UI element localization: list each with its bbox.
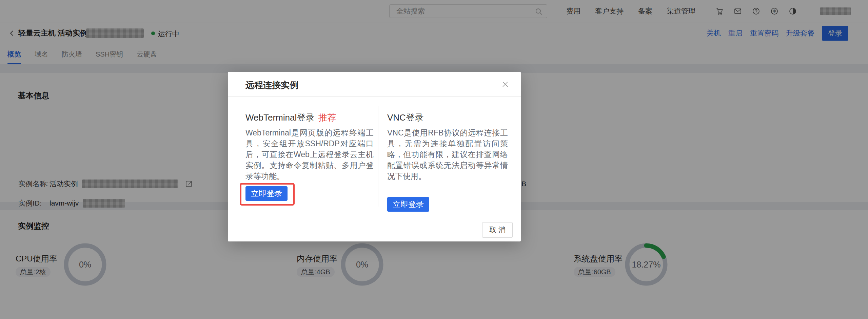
remote-connect-modal: 远程连接实例 WebTerminal登录推荐 WebTerminal是网页版的远… [228,72,521,241]
vnc-title-row: VNC登录 [387,112,508,123]
webterminal-title-row: WebTerminal登录推荐 [245,112,374,123]
modal-title: 远程连接实例 [245,79,298,91]
cancel-button[interactable]: 取 消 [482,222,513,238]
modal-footer: 取 消 [228,218,521,241]
vnc-login-button[interactable]: 立即登录 [387,197,429,212]
webterminal-description: WebTerminal是网页版的远程终端工具，安全组开放SSH/RDP对应端口后… [245,127,374,182]
vnc-option: VNC登录 VNC是使用RFB协议的远程连接工具，无需为连接单独配置访问策略，但… [387,112,508,212]
webterminal-login-button[interactable]: 立即登录 [245,186,288,201]
vnc-title: VNC登录 [387,112,423,123]
annotation-highlight-box: 立即登录 [240,183,295,206]
vnc-description: VNC是使用RFB协议的远程连接工具，无需为连接单独配置访问策略，但功能有限，建… [387,127,508,182]
modal-header: 远程连接实例 [228,72,521,97]
console-page: 费用 客户支持 备案 渠道管理 中 轻量云主机 活动实例 运行中 关机 重启 重… [0,0,868,319]
webterminal-option: WebTerminal登录推荐 WebTerminal是网页版的远程终端工具，安… [245,112,374,206]
webterminal-title: WebTerminal登录 [245,112,314,123]
modal-body: WebTerminal登录推荐 WebTerminal是网页版的远程终端工具，安… [228,97,521,218]
recommended-badge: 推荐 [318,112,336,123]
column-divider [378,106,378,207]
close-icon[interactable] [501,80,509,88]
